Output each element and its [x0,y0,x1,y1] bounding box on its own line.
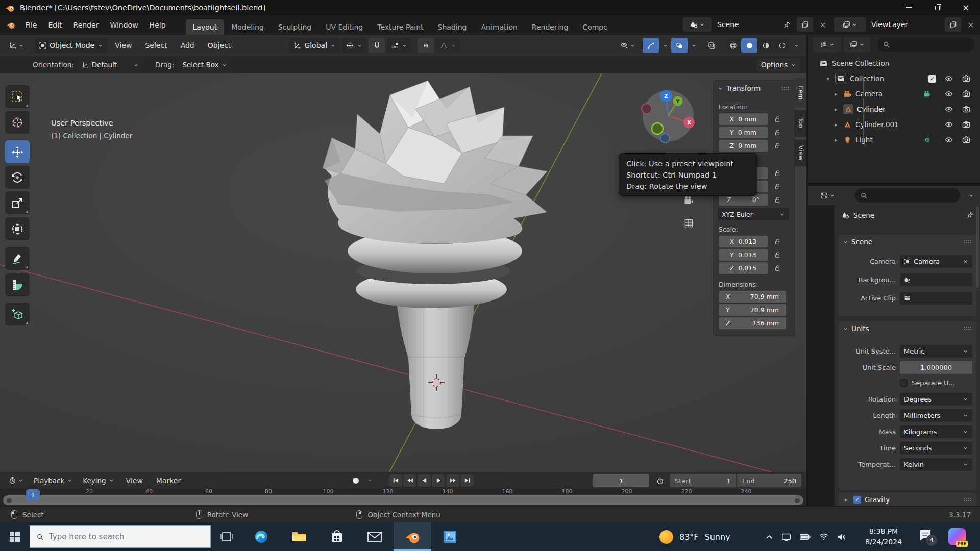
tool-select-box[interactable] [5,85,30,108]
expand-caret-icon[interactable]: ▾ [824,76,831,82]
taskbar-clock[interactable]: 8:38 PM 8/24/2024 [862,526,905,547]
overlays-dropdown[interactable] [689,43,698,48]
pin-icon[interactable] [966,211,974,219]
start-frame-field[interactable]: Start1 [670,474,736,487]
lock-icon[interactable] [774,129,781,136]
units-panel-header[interactable]: Units [839,321,976,336]
visibility-dropdown[interactable] [615,38,641,53]
ortho-toggle-button[interactable] [681,216,696,230]
gizmo-minus-x-ball[interactable] [642,104,652,114]
collapse-caret-icon[interactable]: ▸ [832,121,840,128]
collapse-caret-icon[interactable]: ▸ [832,91,840,97]
lock-icon[interactable] [774,183,781,190]
store-app-icon[interactable] [318,522,356,551]
disable-render-camera-icon[interactable] [962,105,970,113]
tool-rotate[interactable] [5,166,30,189]
disable-render-camera-icon[interactable] [962,120,970,129]
copilot-button[interactable]: PRE [948,528,966,545]
file-explorer-app-icon[interactable] [280,522,318,551]
notification-button[interactable]: 4 [919,529,932,542]
timeline-view-menu[interactable]: View [120,472,149,489]
options-dropdown[interactable]: Options [757,58,800,71]
lock-icon[interactable] [774,115,781,122]
outliner-display-mode-button[interactable] [844,37,870,52]
lock-icon[interactable] [774,264,781,271]
mode-dropdown[interactable]: Object Mode [35,38,107,53]
timeline-marker-menu[interactable]: Marker [151,472,186,489]
menu-help[interactable]: Help [144,15,172,35]
lock-icon[interactable] [774,169,781,177]
breadcrumb-scene[interactable]: Scene [853,211,874,219]
close-button[interactable]: × [951,0,980,15]
outliner-row-cylinder[interactable]: ▸ Cylinder [808,102,980,116]
photos-app-icon[interactable] [431,522,469,551]
rotation-mode-dropdown[interactable]: XYZ Euler [718,208,789,220]
workspace-tab-shading[interactable]: Shading [431,19,474,35]
scene-type-button[interactable] [683,17,712,32]
lock-icon[interactable] [774,196,781,203]
tool-annotate[interactable] [5,247,30,270]
gizmo-minus-z-ball[interactable] [660,134,670,143]
battery-icon[interactable] [800,534,811,540]
properties-search-input[interactable] [855,188,960,203]
lock-icon[interactable] [774,238,781,245]
workspace-tab-rendering[interactable]: Rendering [525,19,576,35]
dimension-y-field[interactable]: Y70.9 mm [719,304,786,316]
scene-copy-button[interactable] [797,17,813,32]
rotation-dropdown[interactable]: Degrees [900,393,972,406]
transform-orientation-dropdown[interactable]: Global [289,38,340,53]
hide-eye-icon[interactable] [945,90,953,98]
collapse-caret-icon[interactable]: ▸ [832,137,840,143]
outliner-type-button[interactable] [813,37,841,52]
minimize-button[interactable] [894,0,923,15]
workspace-tab-texture-paint[interactable]: Texture Paint [370,19,430,35]
restore-button[interactable] [923,0,951,15]
workspace-tab-layout[interactable]: Layout [186,19,225,35]
collapse-caret-icon[interactable]: ▸ [843,496,850,503]
scale-x-field[interactable]: X0.013 [719,236,768,247]
length-dropdown[interactable]: Millimeters [900,409,972,422]
viewlayer-copy-button[interactable] [945,17,961,32]
viewport-menu-select[interactable]: Select [139,35,173,56]
prev-keyframe-button[interactable] [403,474,416,487]
shading-dropdown[interactable] [792,43,801,48]
outliner-row-camera[interactable]: ▸ Camera [808,87,980,101]
outliner-row-light[interactable]: ▸ Light [808,133,980,147]
hide-eye-icon[interactable] [945,120,953,129]
gizmos-toggle[interactable] [643,38,659,53]
transform-panel-header[interactable]: Transform [714,81,794,96]
snap-toggle-button[interactable] [369,38,385,53]
lock-icon[interactable] [774,251,781,258]
viewlayer-selector[interactable]: ViewLayer [867,17,943,32]
time-dropdown[interactable]: Seconds [900,442,972,455]
outliner-search-input[interactable] [877,37,974,52]
clear-x-icon[interactable]: × [963,258,968,265]
wifi-icon[interactable] [819,533,828,540]
grip-icon[interactable] [963,325,972,332]
shading-wireframe-button[interactable] [725,38,741,53]
collapse-caret-icon[interactable]: ▸ [832,106,840,113]
workspace-tab-compositing[interactable]: Compc [575,19,613,35]
hide-eye-icon[interactable] [945,136,953,144]
scene-selector[interactable]: Scene [713,17,795,32]
viewlayer-remove-button[interactable]: × [963,17,978,32]
grip-icon[interactable] [963,239,972,245]
tool-scale[interactable] [5,191,30,214]
viewport-menu-object[interactable]: Object [202,35,237,56]
overlays-toggle[interactable] [671,38,688,53]
scale-z-field[interactable]: Z0.015 [719,262,768,274]
workspace-tab-uv-editing[interactable]: UV Editing [318,19,370,35]
viewport-menu-view[interactable]: View [109,35,137,56]
temperature-dropdown[interactable]: Kelvin [900,458,972,471]
viewlayer-type-button[interactable] [834,17,866,32]
blender-app-icon[interactable] [394,522,431,551]
gravity-panel-header[interactable]: ▸ ✓ Gravity [839,493,976,506]
location-y-field[interactable]: Y0 mm [719,127,768,138]
active-clip-field[interactable] [900,292,972,305]
hide-eye-icon[interactable] [945,74,953,83]
volume-icon[interactable] [837,533,846,541]
next-keyframe-button[interactable] [446,474,459,487]
start-button[interactable] [0,522,30,551]
unit-scale-field[interactable]: 1.000000 [900,361,972,374]
current-frame-field[interactable]: 1 [593,474,649,487]
